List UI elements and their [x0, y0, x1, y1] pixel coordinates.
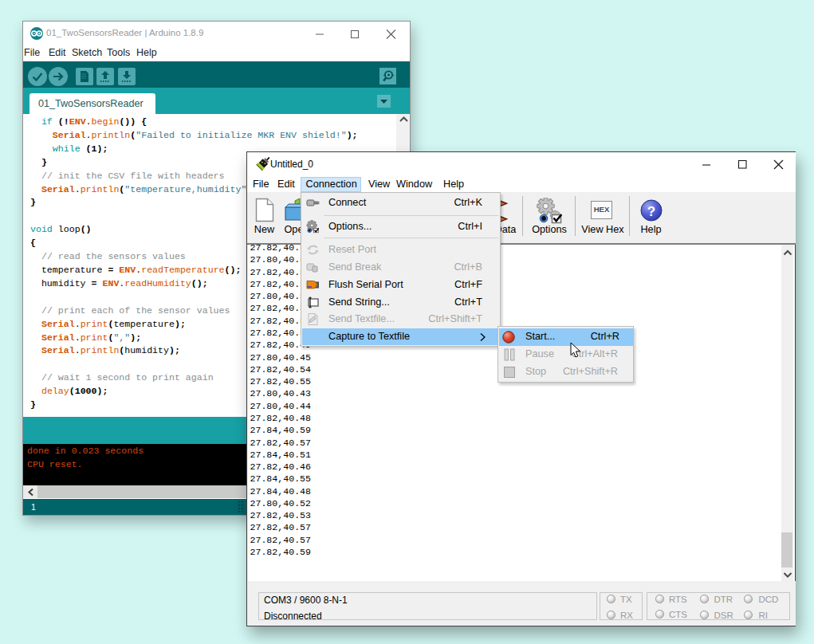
svg-text:?: ?	[647, 204, 655, 219]
